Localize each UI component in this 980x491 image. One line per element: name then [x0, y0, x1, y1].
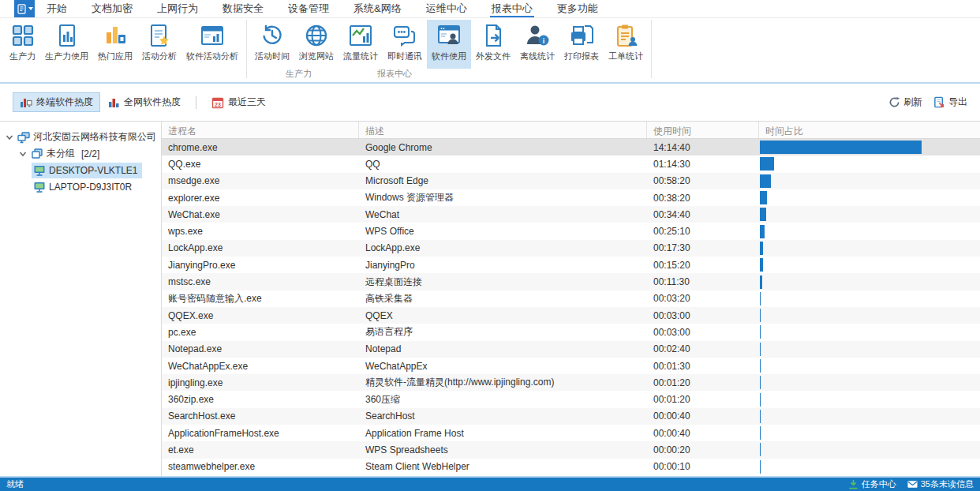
table-row[interactable]: explorer.exeWindows 资源管理器00:38:20 [162, 189, 980, 206]
table-row[interactable]: SearchHost.exeSearchHost00:00:40 [162, 408, 980, 425]
bar-chart-icon [107, 96, 120, 109]
usage-time-cell: 00:58:20 [647, 175, 759, 186]
menu-tab-8[interactable]: 更多功能 [555, 0, 600, 17]
table-row[interactable]: et.exeWPS Spreadsheets00:00:20 [162, 441, 980, 458]
refresh-button[interactable]: 刷新 [888, 96, 922, 109]
column-header-0[interactable]: 进程名 [162, 122, 359, 138]
tree-node-group[interactable]: 未分组[2/2] [0, 145, 161, 162]
clock-history-icon [260, 23, 285, 48]
process-desc-cell: Steam Client WebHelper [359, 461, 647, 472]
table-row[interactable]: Notepad.exeNotepad00:02:40 [162, 341, 980, 358]
main-area: 河北安固云网络科技有限公司[2/2]未分组[2/2]DESKTOP-VLKTLE… [0, 122, 980, 478]
ribbon-button-window-user[interactable]: 软件使用 [427, 20, 471, 69]
ribbon-button-label: 打印报表 [564, 51, 599, 62]
company-icon [17, 131, 30, 144]
time-ratio-cell [759, 223, 980, 239]
process-name-cell: SearchHost.exe [162, 410, 359, 422]
menu-tab-2[interactable]: 上网行为 [155, 0, 200, 17]
process-desc-cell: QQEX [359, 310, 647, 321]
process-desc-cell: SearchHost [359, 410, 647, 422]
column-header-3[interactable]: 时间占比 [759, 122, 980, 138]
ribbon-button-grid-apps[interactable]: 生产力 [5, 20, 40, 69]
usage-time-cell: 00:01:30 [647, 361, 759, 372]
table-row[interactable]: steamwebhelper.exeSteam Client WebHelper… [162, 459, 980, 475]
task-center-button[interactable]: 任务中心 [848, 478, 896, 490]
table-row[interactable]: LockApp.exeLockApp.exe00:17:30 [162, 240, 980, 257]
time-ratio-cell [759, 459, 980, 475]
time-ratio-bar [760, 191, 767, 204]
process-name-cell: msedge.exe [162, 175, 359, 186]
column-header-1[interactable]: 描述 [359, 122, 647, 138]
network-software-heat-button[interactable]: 全网软件热度 [100, 92, 188, 112]
time-ratio-bar [760, 225, 765, 238]
menu-tab-5[interactable]: 系统&网络 [352, 0, 403, 17]
menu-tab-1[interactable]: 文档加密 [90, 0, 134, 17]
table-row[interactable]: pc.exe易语言程序00:03:00 [162, 324, 980, 340]
process-name-cell: pc.exe [162, 327, 359, 338]
chevron-down-icon[interactable] [5, 133, 14, 142]
table-row[interactable]: 360zip.exe360压缩00:01:20 [162, 391, 980, 407]
table-row[interactable]: JianyingPro.exeJianyingPro00:15:20 [162, 257, 980, 273]
ribbon-button-clipboard-user[interactable]: 工单统计 [604, 20, 648, 69]
group-icon [31, 148, 43, 160]
table-row[interactable]: wps.exeWPS Office00:25:10 [162, 223, 980, 239]
menu-tab-4[interactable]: 设备管理 [286, 0, 331, 17]
process-desc-cell: WeChatAppEx [359, 361, 647, 372]
tree-node-computer[interactable]: DESKTOP-VLKTLE1 [0, 162, 161, 178]
recent-days-button[interactable]: 23 最近三天 [204, 92, 273, 112]
ribbon: 生产力生产力使用热门应用活动分析软件活动分析活动时间浏览网站流量统计即时通讯软件… [0, 18, 980, 84]
ribbon-button-user-info[interactable]: i离线统计 [515, 20, 559, 69]
ribbon-button-doc-chart[interactable]: 生产力使用 [40, 20, 93, 69]
ribbon-button-globe[interactable]: 浏览网站 [294, 20, 339, 69]
table-row[interactable]: mstsc.exe远程桌面连接00:11:30 [162, 273, 980, 290]
time-ratio-bar [760, 309, 761, 322]
usage-time-cell: 00:34:40 [647, 209, 759, 220]
time-ratio-bar [760, 275, 762, 289]
ribbon-button-printer-doc[interactable]: 打印报表 [559, 20, 604, 69]
menu-tab-7[interactable]: 报表中心 [490, 0, 534, 17]
ribbon-button-window-chart[interactable]: 软件活动分析 [181, 20, 243, 69]
tree-node-computer[interactable]: LAPTOP-D9J3IT0R [0, 178, 161, 195]
user-info-icon: i [525, 23, 550, 48]
ribbon-button-label: 软件使用 [432, 51, 466, 62]
table-row[interactable]: WeChat.exeWeChat00:34:40 [162, 206, 980, 223]
process-desc-cell: QQ [359, 159, 647, 170]
menu-tab-3[interactable]: 数据安全 [221, 0, 265, 17]
doc-chart-icon [54, 23, 80, 48]
usage-time-cell: 14:14:40 [647, 142, 759, 153]
column-header-2[interactable]: 使用时间 [647, 122, 759, 138]
usage-time-cell: 00:17:30 [647, 242, 759, 253]
process-name-cell: LockApp.exe [162, 242, 359, 253]
table-row[interactable]: chrome.exeGoogle Chrome14:14:40 [162, 139, 980, 156]
table-row[interactable]: 账号密码随意输入.exe高铁采集器00:03:20 [162, 290, 980, 307]
time-ratio-cell [759, 425, 980, 441]
table-row[interactable]: ApplicationFrameHost.exeApplication Fram… [162, 425, 980, 441]
table-row[interactable]: WeChatAppEx.exeWeChatAppEx00:01:30 [162, 358, 980, 374]
process-name-cell: ApplicationFrameHost.exe [162, 428, 359, 439]
menu-tab-6[interactable]: 运维中心 [425, 0, 469, 17]
table-row[interactable]: ipjingling.exe精灵软件-流量精灵(http://www.ipjin… [162, 374, 980, 391]
ribbon-button-doc-star[interactable]: 活动分析 [137, 20, 181, 69]
chevron-down-icon [28, 7, 33, 10]
ribbon-button-clock-history[interactable]: 活动时间 [250, 20, 294, 69]
app-menu-button[interactable] [14, 0, 35, 17]
ribbon-button-chat-bubbles[interactable]: 即时通讯 [383, 20, 427, 69]
tree-node-company[interactable]: 河北安固云网络科技有限公司[2/2] [0, 129, 161, 145]
usage-time-cell: 00:38:20 [647, 193, 759, 204]
chevron-down-icon[interactable] [18, 149, 28, 159]
menu-tab-0[interactable]: 开始 [45, 0, 69, 17]
export-button[interactable]: 导出 [933, 96, 967, 109]
table-row[interactable]: QQEX.exeQQEX00:03:00 [162, 307, 980, 324]
time-ratio-bar [760, 376, 761, 389]
ribbon-button-doc-arrow[interactable]: 外发文件 [471, 20, 515, 69]
terminal-software-heat-button[interactable]: 终端软件热度 [13, 92, 100, 112]
ribbon-button-hot-apps[interactable]: 热门应用 [93, 20, 137, 69]
process-desc-cell: 易语言程序 [359, 325, 647, 339]
window-chart-icon [200, 23, 225, 48]
table-row[interactable]: QQ.exeQQ01:14:30 [162, 156, 980, 172]
process-desc-cell: Application Frame Host [359, 428, 647, 439]
table-row[interactable]: msedge.exeMicrosoft Edge00:58:20 [162, 173, 980, 189]
ribbon-button-traffic-chart[interactable]: 流量统计 [339, 20, 383, 69]
time-ratio-cell [759, 358, 980, 374]
unread-messages-button[interactable]: 35条未读信息 [907, 478, 974, 490]
